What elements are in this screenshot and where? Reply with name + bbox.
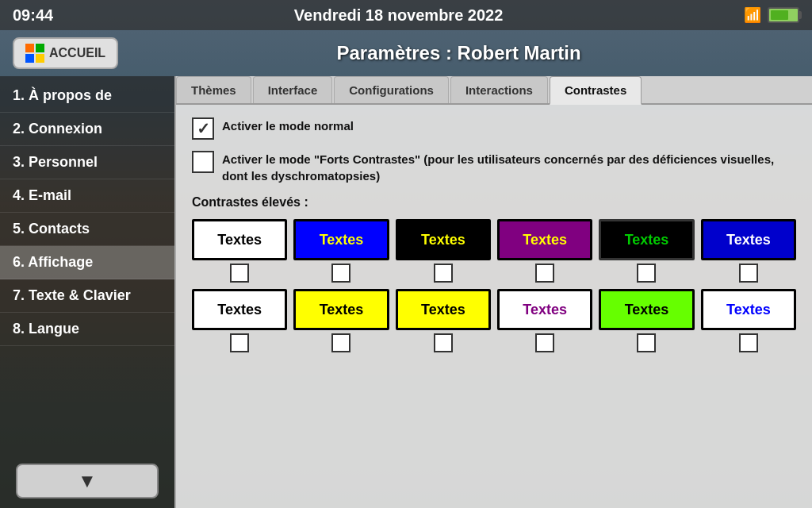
contrast-cell-1-6: Textes [701,219,796,283]
option-forts-contrastes-row: Activer le mode "Forts Contrastes" (pour… [192,151,796,184]
svg-rect-3 [36,54,44,63]
tab-interface[interactable]: Interface [253,76,333,103]
status-date: Vendredi 18 novembre 2022 [294,6,503,25]
contrast-checkbox-2-4[interactable] [535,333,554,352]
contrast-sample-1-5[interactable]: Textes [599,219,694,260]
contrast-sample-2-2[interactable]: Textes [293,289,389,330]
tab-interactions[interactable]: Interactions [450,76,548,103]
wifi-icon: 📶 [744,6,761,24]
contrast-cell-2-4: Textes [497,289,592,352]
contrast-text-2-3: Textes [421,302,465,318]
contrast-text-2-4: Textes [523,302,567,318]
contrast-text-1-2: Textes [320,232,364,248]
contrast-checkbox-1-4[interactable] [535,264,554,283]
down-arrow-icon: ▼ [78,470,97,492]
svg-rect-1 [36,44,44,52]
header: ACCUEIL Paramètres : Robert Martin [0,30,812,76]
sidebar-item-personnel[interactable]: 3. Personnel [0,146,174,179]
contrast-checkbox-2-2[interactable] [331,333,350,352]
contrast-text-1-4: Textes [523,232,567,248]
contrast-cell-2-6: Textes [701,289,796,352]
contrast-text-1-5: Textes [625,232,669,248]
sidebar-item-connexion[interactable]: 2. Connexion [0,113,174,146]
contrast-text-2-6: Textes [726,302,771,318]
checkbox-forts-contrastes[interactable] [192,151,214,173]
contrast-cell-2-1: Textes [192,289,287,352]
tab-content-contrastes: Activer le mode normal Activer le mode "… [176,105,812,508]
contrast-checkbox-2-3[interactable] [434,333,453,352]
battery-icon [768,7,799,23]
tabs-bar: Thèmes Interface Configurations Interact… [176,76,812,105]
page-title: Paramètres : Robert Martin [118,42,799,64]
status-bar: 09:44 Vendredi 18 novembre 2022 📶 [0,0,812,30]
contrast-sample-1-6[interactable]: Textes [701,219,796,260]
tab-contrastes[interactable]: Contrastes [550,76,642,105]
contrast-sample-2-3[interactable]: Textes [396,289,491,330]
contrast-checkbox-2-6[interactable] [739,333,758,352]
content-panel: Thèmes Interface Configurations Interact… [174,76,812,508]
sidebar: 1. À propos de 2. Connexion 3. Personnel… [0,76,174,508]
home-button[interactable]: ACCUEIL [13,37,118,69]
sidebar-item-apropos[interactable]: 1. À propos de [0,79,174,113]
main-area: 1. À propos de 2. Connexion 3. Personnel… [0,76,812,508]
sidebar-item-email[interactable]: 4. E-mail [0,179,174,213]
contrast-cell-1-4: Textes [497,219,592,283]
option-forts-contrastes-label: Activer le mode "Forts Contrastes" (pour… [222,151,796,184]
contrast-sample-1-1[interactable]: Textes [192,219,287,260]
status-time: 09:44 [13,6,53,25]
contrast-checkbox-1-2[interactable] [331,264,350,283]
sidebar-item-texte-clavier[interactable]: 7. Texte & Clavier [0,279,174,313]
contrast-text-1-3: Textes [421,232,465,248]
checkbox-normal-mode[interactable] [192,117,214,140]
contrast-cell-2-2: Textes [293,289,389,352]
tab-configurations[interactable]: Configurations [334,76,449,103]
contrast-checkbox-1-6[interactable] [739,264,758,283]
option-normal-label: Activer le mode normal [222,117,354,134]
svg-rect-2 [25,54,34,63]
contrast-checkbox-2-5[interactable] [637,333,656,352]
contrast-sample-1-3[interactable]: Textes [396,219,491,260]
contrast-sample-2-4[interactable]: Textes [497,289,592,330]
contrast-text-2-1: Textes [217,302,262,318]
contrast-section-title: Contrastes élevés : [192,195,796,210]
contrast-sample-2-6[interactable]: Textes [701,289,796,330]
contrast-cell-2-5: Textes [599,289,694,352]
contrast-cell-1-3: Textes [396,219,491,283]
option-normal-row: Activer le mode normal [192,117,796,140]
contrast-checkbox-1-5[interactable] [637,264,656,283]
contrast-grid-row1: Textes Textes Textes [192,219,796,283]
contrast-sample-2-5[interactable]: Textes [599,289,694,330]
contrast-sample-1-2[interactable]: Textes [293,219,389,260]
contrast-text-2-2: Textes [320,302,364,318]
contrast-cell-1-5: Textes [599,219,694,283]
contrast-checkbox-1-1[interactable] [230,264,249,283]
contrast-cell-1-2: Textes [293,219,389,283]
contrast-checkbox-1-3[interactable] [434,264,453,283]
contrast-cell-2-3: Textes [396,289,491,352]
tab-themes[interactable]: Thèmes [176,76,251,103]
contrast-sample-2-1[interactable]: Textes [192,289,287,330]
contrast-sample-1-4[interactable]: Textes [497,219,592,260]
scroll-down-button[interactable]: ▼ [16,464,159,498]
contrast-checkbox-2-1[interactable] [230,333,249,352]
sidebar-item-contacts[interactable]: 5. Contacts [0,213,174,246]
status-icons: 📶 [744,6,799,24]
contrast-grid-row2: Textes Textes Textes [192,289,796,352]
contrast-text-1-1: Textes [217,232,262,248]
contrast-text-1-6: Textes [726,232,771,248]
contrast-cell-1-1: Textes [192,219,287,283]
svg-rect-0 [25,44,34,52]
contrast-text-2-5: Textes [625,302,669,318]
home-button-label: ACCUEIL [49,46,105,60]
sidebar-item-langue[interactable]: 8. Langue [0,313,174,346]
sidebar-item-affichage[interactable]: 6. Affichage [0,246,174,279]
home-logo-icon [25,44,44,63]
